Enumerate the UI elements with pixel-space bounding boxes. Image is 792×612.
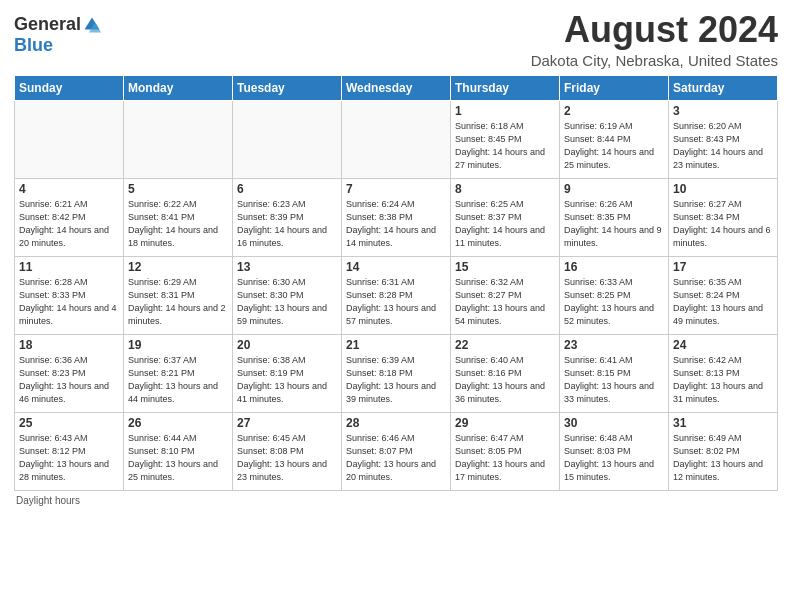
calendar-cell: 27Sunrise: 6:45 AMSunset: 8:08 PMDayligh… [233,412,342,490]
day-number: 12 [128,260,228,274]
day-info: Sunrise: 6:43 AMSunset: 8:12 PMDaylight:… [19,432,119,484]
logo: General Blue [14,14,101,56]
day-info: Sunrise: 6:36 AMSunset: 8:23 PMDaylight:… [19,354,119,406]
day-number: 27 [237,416,337,430]
day-info: Sunrise: 6:38 AMSunset: 8:19 PMDaylight:… [237,354,337,406]
month-title: August 2024 [531,10,778,50]
daylight-hours-label: Daylight hours [16,495,80,506]
day-info: Sunrise: 6:23 AMSunset: 8:39 PMDaylight:… [237,198,337,250]
calendar-cell: 28Sunrise: 6:46 AMSunset: 8:07 PMDayligh… [342,412,451,490]
calendar-week-3: 18Sunrise: 6:36 AMSunset: 8:23 PMDayligh… [15,334,778,412]
day-number: 17 [673,260,773,274]
day-number: 16 [564,260,664,274]
main-container: General Blue August 2024 Dakota City, Ne… [0,0,792,512]
day-number: 31 [673,416,773,430]
day-number: 24 [673,338,773,352]
calendar-week-4: 25Sunrise: 6:43 AMSunset: 8:12 PMDayligh… [15,412,778,490]
calendar-cell: 2Sunrise: 6:19 AMSunset: 8:44 PMDaylight… [560,100,669,178]
logo-icon [83,16,101,34]
calendar-cell: 19Sunrise: 6:37 AMSunset: 8:21 PMDayligh… [124,334,233,412]
day-number: 28 [346,416,446,430]
col-sunday: Sunday [15,75,124,100]
day-number: 21 [346,338,446,352]
day-number: 30 [564,416,664,430]
day-number: 23 [564,338,664,352]
day-info: Sunrise: 6:20 AMSunset: 8:43 PMDaylight:… [673,120,773,172]
calendar-week-1: 4Sunrise: 6:21 AMSunset: 8:42 PMDaylight… [15,178,778,256]
day-info: Sunrise: 6:31 AMSunset: 8:28 PMDaylight:… [346,276,446,328]
day-number: 5 [128,182,228,196]
day-info: Sunrise: 6:49 AMSunset: 8:02 PMDaylight:… [673,432,773,484]
calendar-cell: 10Sunrise: 6:27 AMSunset: 8:34 PMDayligh… [669,178,778,256]
day-info: Sunrise: 6:39 AMSunset: 8:18 PMDaylight:… [346,354,446,406]
day-number: 26 [128,416,228,430]
day-info: Sunrise: 6:27 AMSunset: 8:34 PMDaylight:… [673,198,773,250]
day-number: 7 [346,182,446,196]
calendar-cell: 25Sunrise: 6:43 AMSunset: 8:12 PMDayligh… [15,412,124,490]
day-info: Sunrise: 6:25 AMSunset: 8:37 PMDaylight:… [455,198,555,250]
calendar-cell [233,100,342,178]
calendar-week-2: 11Sunrise: 6:28 AMSunset: 8:33 PMDayligh… [15,256,778,334]
day-number: 29 [455,416,555,430]
calendar-cell: 14Sunrise: 6:31 AMSunset: 8:28 PMDayligh… [342,256,451,334]
calendar-cell: 13Sunrise: 6:30 AMSunset: 8:30 PMDayligh… [233,256,342,334]
day-number: 18 [19,338,119,352]
calendar-cell: 8Sunrise: 6:25 AMSunset: 8:37 PMDaylight… [451,178,560,256]
logo-general: General [14,14,81,35]
footer: Daylight hours [14,495,778,506]
calendar-cell: 12Sunrise: 6:29 AMSunset: 8:31 PMDayligh… [124,256,233,334]
col-friday: Friday [560,75,669,100]
day-info: Sunrise: 6:46 AMSunset: 8:07 PMDaylight:… [346,432,446,484]
day-info: Sunrise: 6:44 AMSunset: 8:10 PMDaylight:… [128,432,228,484]
day-info: Sunrise: 6:47 AMSunset: 8:05 PMDaylight:… [455,432,555,484]
day-number: 6 [237,182,337,196]
calendar-cell: 15Sunrise: 6:32 AMSunset: 8:27 PMDayligh… [451,256,560,334]
calendar-cell: 7Sunrise: 6:24 AMSunset: 8:38 PMDaylight… [342,178,451,256]
title-block: August 2024 Dakota City, Nebraska, Unite… [531,10,778,69]
day-info: Sunrise: 6:28 AMSunset: 8:33 PMDaylight:… [19,276,119,328]
day-number: 8 [455,182,555,196]
calendar-cell [124,100,233,178]
col-monday: Monday [124,75,233,100]
day-info: Sunrise: 6:26 AMSunset: 8:35 PMDaylight:… [564,198,664,250]
calendar-cell: 16Sunrise: 6:33 AMSunset: 8:25 PMDayligh… [560,256,669,334]
day-number: 13 [237,260,337,274]
calendar-cell: 24Sunrise: 6:42 AMSunset: 8:13 PMDayligh… [669,334,778,412]
day-number: 20 [237,338,337,352]
location: Dakota City, Nebraska, United States [531,52,778,69]
day-number: 3 [673,104,773,118]
day-number: 10 [673,182,773,196]
calendar-cell: 18Sunrise: 6:36 AMSunset: 8:23 PMDayligh… [15,334,124,412]
day-number: 22 [455,338,555,352]
day-info: Sunrise: 6:33 AMSunset: 8:25 PMDaylight:… [564,276,664,328]
day-number: 1 [455,104,555,118]
col-tuesday: Tuesday [233,75,342,100]
calendar-cell: 5Sunrise: 6:22 AMSunset: 8:41 PMDaylight… [124,178,233,256]
day-info: Sunrise: 6:32 AMSunset: 8:27 PMDaylight:… [455,276,555,328]
day-number: 14 [346,260,446,274]
calendar: Sunday Monday Tuesday Wednesday Thursday… [14,75,778,491]
logo-blue: Blue [14,35,53,55]
calendar-cell: 31Sunrise: 6:49 AMSunset: 8:02 PMDayligh… [669,412,778,490]
day-info: Sunrise: 6:21 AMSunset: 8:42 PMDaylight:… [19,198,119,250]
col-saturday: Saturday [669,75,778,100]
col-wednesday: Wednesday [342,75,451,100]
calendar-cell: 26Sunrise: 6:44 AMSunset: 8:10 PMDayligh… [124,412,233,490]
calendar-cell: 6Sunrise: 6:23 AMSunset: 8:39 PMDaylight… [233,178,342,256]
day-number: 25 [19,416,119,430]
calendar-cell: 21Sunrise: 6:39 AMSunset: 8:18 PMDayligh… [342,334,451,412]
day-info: Sunrise: 6:42 AMSunset: 8:13 PMDaylight:… [673,354,773,406]
calendar-cell: 29Sunrise: 6:47 AMSunset: 8:05 PMDayligh… [451,412,560,490]
day-number: 4 [19,182,119,196]
day-number: 2 [564,104,664,118]
calendar-cell: 4Sunrise: 6:21 AMSunset: 8:42 PMDaylight… [15,178,124,256]
day-info: Sunrise: 6:37 AMSunset: 8:21 PMDaylight:… [128,354,228,406]
calendar-cell: 11Sunrise: 6:28 AMSunset: 8:33 PMDayligh… [15,256,124,334]
day-info: Sunrise: 6:22 AMSunset: 8:41 PMDaylight:… [128,198,228,250]
col-thursday: Thursday [451,75,560,100]
day-info: Sunrise: 6:29 AMSunset: 8:31 PMDaylight:… [128,276,228,328]
header: General Blue August 2024 Dakota City, Ne… [14,10,778,69]
calendar-cell: 23Sunrise: 6:41 AMSunset: 8:15 PMDayligh… [560,334,669,412]
calendar-header-row: Sunday Monday Tuesday Wednesday Thursday… [15,75,778,100]
day-info: Sunrise: 6:45 AMSunset: 8:08 PMDaylight:… [237,432,337,484]
